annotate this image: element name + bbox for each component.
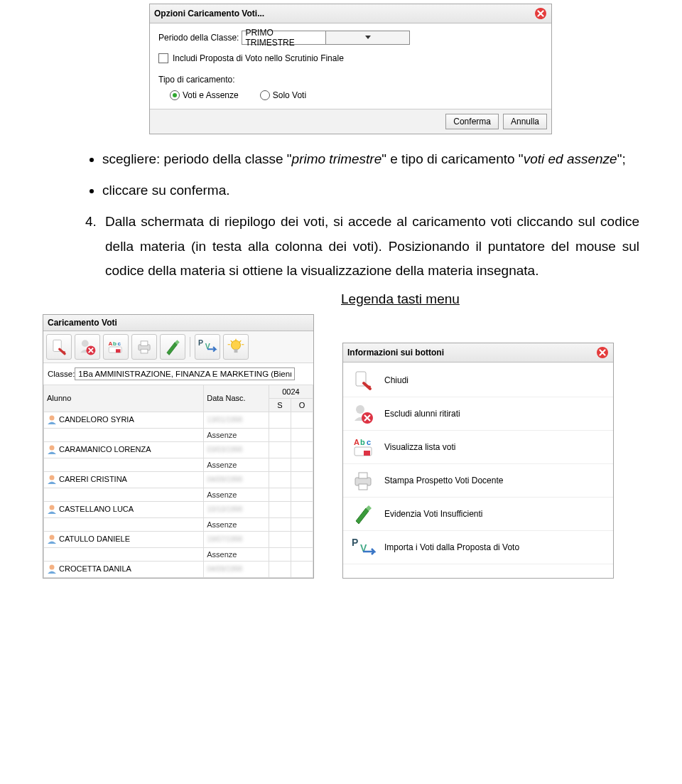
classe-row: Classe: [43,363,313,385]
chevron-down-icon [325,31,409,44]
printer-icon [350,468,376,493]
svg-text:A: A [354,438,359,446]
svg-point-16 [50,415,55,420]
info-row-evidenzia: Evidenzia Voti Insufficienti [343,498,613,531]
toolbar: Abc PV [43,331,313,363]
radio-icon [170,90,180,100]
includi-checkbox-row[interactable]: Includi Proposta di Voto nello Scrutinio… [158,53,543,63]
pv-import-icon: PV [350,535,376,560]
radio-voti-assenze[interactable]: Voti e Assenze [170,90,239,100]
svg-text:c: c [117,340,121,347]
radio-label: Solo Voti [273,90,306,100]
student-icon [47,414,57,426]
dialog-footer: Conferma Annulla [150,109,551,134]
close-doc-icon [350,367,376,393]
students-table: Alunno Data Nasc. 0024 S O CANDELORO SYR… [43,385,313,578]
svg-rect-8 [116,349,121,353]
panel-title: Caricamento Voti [48,318,117,328]
periodo-select[interactable]: PRIMO TRIMESTRE [242,31,410,45]
student-icon [47,504,57,515]
col-o: O [291,398,313,412]
col-alunno: Alunno [44,385,204,412]
legend-heading: Legenda tasti menu [341,291,682,307]
bullet-1: scegliere: periodo della classe "primo t… [102,147,639,171]
bullet-2: cliccare su conferma. [102,178,639,203]
exclude-user-icon [350,401,376,426]
info-row-importa: PV Importa i Voti dalla Proposta di Voto [343,531,613,564]
radio-icon [260,90,270,100]
svg-point-24 [356,405,364,414]
close-icon[interactable] [596,346,609,359]
table-row[interactable]: CANDELORO SYRIA13/01/1998 [44,412,313,428]
toolbar-exclude-button[interactable] [75,334,100,360]
info-label: Importa i Voti dalla Proposta di Voto [384,542,519,552]
svg-text:b: b [360,438,365,446]
col-code[interactable]: 0024 [269,385,313,398]
info-row-lista: Abc Visualizza lista voti [343,431,613,464]
dialog-titlebar: Opzioni Caricamento Voti... [150,4,551,23]
panel-title: Informazioni sui bottoni [347,348,444,358]
dialog-title: Opzioni Caricamento Voti... [154,9,264,18]
periodo-label: Periodo della Classe: [158,33,239,43]
student-icon [47,444,57,456]
table-row[interactable]: CATULLO DANIELE19/07/1998 [44,531,313,547]
conferma-button[interactable]: Conferma [445,114,499,129]
student-icon [47,534,57,545]
info-label: Evidenzia Voti Insufficienti [384,509,483,519]
toolbar-highlight-button[interactable] [160,334,185,360]
step-4-text: Dalla schermata di riepilogo dei voti, s… [105,210,639,283]
abc-list-icon: Abc [350,434,376,460]
step-number: 4. [85,210,105,283]
svg-text:P: P [352,537,358,548]
info-label: Chiudi [384,375,408,385]
periodo-value: PRIMO TRIMESTRE [242,28,325,48]
info-label: Escludi alunni ritirati [384,409,460,419]
svg-text:A: A [108,340,112,347]
svg-point-17 [50,445,55,450]
svg-point-18 [50,475,55,480]
options-dialog: Opzioni Caricamento Voti... Periodo dell… [149,4,552,134]
close-icon[interactable] [534,7,547,20]
classe-label: Classe: [48,370,75,378]
info-row-stampa: Stampa Prospetto Voti Docente [343,464,613,498]
svg-point-2 [82,340,89,347]
svg-point-19 [50,505,55,510]
svg-rect-30 [364,451,370,456]
table-row[interactable]: CARAMANICO LORENZA03/03/1998 [44,441,313,458]
info-bottoni-panel: Informazioni sui bottoni Chiudi Escludi … [342,343,614,579]
student-icon [47,564,57,575]
annulla-button[interactable]: Annulla [503,114,547,129]
includi-label: Includi Proposta di Voto nello Scrutinio… [173,53,344,63]
toolbar-print-button[interactable] [131,334,157,360]
col-data: Data Nasc. [204,385,269,412]
student-icon [47,474,57,485]
table-row[interactable]: CASTELLANO LUCA10/10/1998 [44,501,313,517]
svg-text:P: P [198,338,203,347]
toolbar-close-button[interactable] [46,334,72,360]
svg-rect-15 [234,349,238,353]
info-row-escludi: Escludi alunni ritirati [343,397,613,431]
table-row[interactable]: CARERI CRISTINA04/09/1998 [44,471,313,488]
svg-text:b: b [113,340,117,347]
col-s: S [269,398,291,412]
caricamento-voti-panel: Caricamento Voti Abc PV [43,314,314,579]
checkbox-icon [158,53,168,63]
tipo-label: Tipo di caricamento: [158,75,543,85]
radio-solo-voti[interactable]: Solo Voti [260,90,306,100]
toolbar-import-button[interactable]: PV [195,334,220,360]
svg-rect-32 [359,473,367,478]
instruction-text: scegliere: periodo della classe "primo t… [85,147,639,283]
toolbar-bulb-button[interactable] [223,334,249,360]
svg-point-21 [50,564,55,569]
dialog-body: Periodo della Classe: PRIMO TRIMESTRE In… [150,23,551,109]
info-label: Stampa Prospetto Voti Docente [384,476,503,485]
toolbar-list-button[interactable]: Abc [103,334,129,360]
radio-label: Voti e Assenze [183,90,239,100]
panel-titlebar: Caricamento Voti [43,315,313,331]
panel-titlebar: Informazioni sui bottoni [343,343,613,363]
svg-rect-10 [141,341,148,346]
classe-input[interactable] [75,367,295,380]
highlighter-icon [350,501,376,527]
svg-rect-11 [141,349,148,353]
table-row[interactable]: CROCETTA DANILA04/09/1998 [44,561,313,577]
